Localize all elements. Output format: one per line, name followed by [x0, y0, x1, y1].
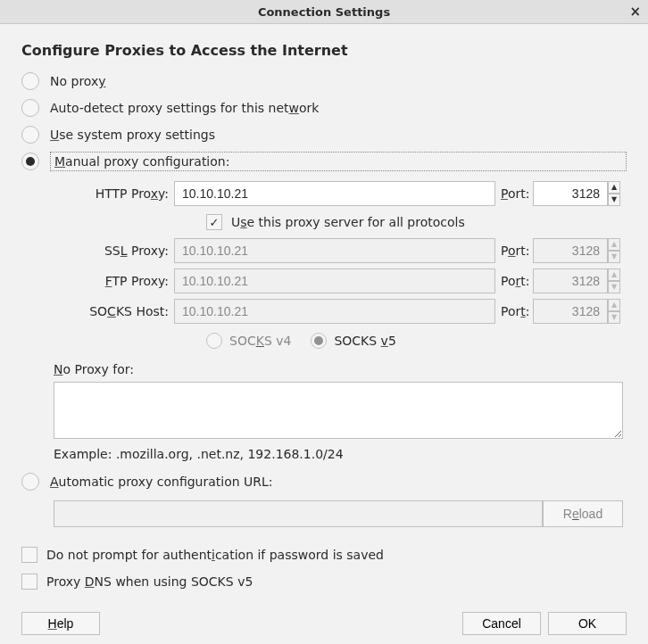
checkbox-proxy-dns-label: Proxy DNS when using SOCKS v5 [46, 574, 253, 589]
auto-url-input [54, 500, 543, 527]
section-heading: Configure Proxies to Access the Internet [21, 42, 627, 59]
radio-manual-proxy-label: Manual proxy configuration: [50, 152, 627, 171]
socks-port-label: Port: [495, 304, 533, 318]
no-proxy-for-label: No Proxy for: [54, 362, 627, 376]
ftp-proxy-label: FTP Proxy: [54, 274, 174, 288]
help-button[interactable]: Help [21, 612, 100, 635]
checkbox-no-auth-prompt-label: Do not prompt for authentication if pass… [46, 548, 384, 562]
http-proxy-host[interactable] [174, 181, 495, 206]
reload-button: Reload [543, 500, 623, 527]
radio-auto-detect-label: Auto-detect proxy settings for this netw… [50, 101, 319, 115]
checkbox-proxy-dns[interactable] [21, 574, 37, 590]
http-port-label: Port: [495, 186, 533, 201]
title-bar: Connection Settings × [0, 0, 648, 24]
no-proxy-for-input[interactable] [54, 382, 623, 439]
radio-auto-detect[interactable] [21, 99, 39, 117]
radio-system-proxy-label: Use system proxy settings [50, 128, 215, 142]
ssl-proxy-host [174, 238, 495, 263]
radio-no-proxy[interactable] [21, 72, 39, 90]
socks-host-label: SOCKS Host: [54, 304, 174, 318]
dialog-content: Configure Proxies to Access the Internet… [0, 24, 648, 606]
ftp-proxy-host [174, 268, 495, 293]
chevron-down-icon[interactable]: ▼ [608, 194, 620, 206]
chevron-down-icon: ▼ [608, 311, 620, 324]
ok-button[interactable]: OK [548, 612, 627, 635]
window-title: Connection Settings [258, 5, 390, 19]
radio-socks-v4 [206, 333, 222, 349]
chevron-up-icon: ▲ [608, 238, 620, 251]
chevron-up-icon: ▲ [608, 299, 620, 311]
ssl-port-label: Port: [495, 244, 533, 258]
chevron-down-icon: ▼ [608, 281, 620, 293]
cancel-button[interactable]: Cancel [462, 612, 541, 635]
close-icon[interactable]: × [629, 4, 641, 20]
radio-socks-v4-label: SOCKS v4 [229, 334, 291, 348]
socks-port-spinner: ▲ ▼ [608, 299, 620, 324]
ssl-port-spinner: ▲ ▼ [608, 238, 620, 263]
checkbox-no-auth-prompt[interactable] [21, 547, 37, 563]
socks-host [174, 299, 495, 324]
radio-no-proxy-label: No proxy [50, 74, 106, 88]
radio-system-proxy[interactable] [21, 126, 39, 144]
radio-manual-proxy[interactable] [21, 153, 39, 170]
checkbox-use-for-all-label: Use this proxy server for all protocols [231, 215, 465, 229]
chevron-down-icon: ▼ [608, 251, 620, 263]
radio-auto-url[interactable] [21, 473, 39, 491]
http-proxy-port[interactable] [533, 181, 608, 206]
ftp-port-spinner: ▲ ▼ [608, 268, 620, 293]
dialog-button-bar: Help Cancel OK [0, 612, 648, 635]
ftp-port-label: Port: [495, 274, 533, 288]
chevron-up-icon: ▲ [608, 268, 620, 281]
checkbox-use-for-all[interactable] [206, 214, 222, 230]
no-proxy-example: Example: .mozilla.org, .net.nz, 192.168.… [54, 447, 627, 461]
radio-auto-url-label: Automatic proxy configuration URL: [50, 475, 273, 489]
chevron-up-icon[interactable]: ▲ [608, 181, 620, 194]
radio-socks-v5-label: SOCKS v5 [334, 334, 395, 348]
ftp-proxy-port [533, 268, 608, 293]
socks-port [533, 299, 608, 324]
ssl-proxy-label: SSL Proxy: [54, 244, 174, 258]
http-port-spinner[interactable]: ▲ ▼ [608, 181, 620, 206]
manual-proxy-grid: HTTP Proxy: Port: ▲ ▼ Use this proxy ser… [54, 178, 627, 355]
ssl-proxy-port [533, 238, 608, 263]
http-proxy-label: HTTP Proxy: [54, 186, 174, 201]
radio-socks-v5 [311, 333, 327, 349]
